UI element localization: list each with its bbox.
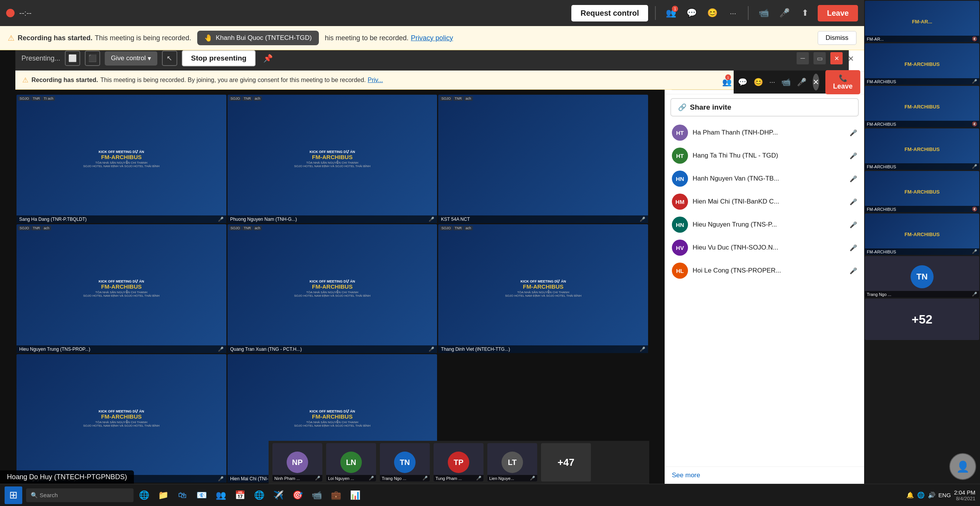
inner-more-btn[interactable]: ··· [769,74,775,90]
inner-privacy-link[interactable]: Priv... [368,77,383,84]
inner-cam-btn[interactable]: 📹 [781,74,791,90]
window-close[interactable]: ✕ [830,52,843,64]
sidebar-self-avatar[interactable]: 👤 [949,453,976,480]
window-max[interactable]: ▭ [813,52,826,64]
sidebar-thumb-5[interactable]: FM-ARCHIBUS FM-ARCHIBUS🔇 [865,171,979,212]
stop-presenting-button[interactable]: Stop presenting [182,50,256,66]
participant-item-hien[interactable]: HM Hien Mai Chi (TNI-BanKD C... 🎤 [665,190,864,213]
avatar-hieuvd: HV [672,240,688,256]
sidebar-thumb-3[interactable]: FM-ARCHIBUS FM-ARCHIBUS🔇 [865,86,979,127]
sidebar-plus52[interactable]: +52 [865,299,979,340]
window-min[interactable]: ─ [797,52,809,64]
cell4-project: KICK OFF MEETING DỰ ÁN [99,279,144,283]
sidebar-thumb-1[interactable]: FM-AR... FM-AR...🔇 [865,1,979,42]
pax-lien-mic: 🎤 [530,476,535,481]
taskbar-ppt[interactable]: 📊 [346,486,364,504]
taskbar-telegram[interactable]: ✈️ [269,486,287,504]
mic-ha: 🎤 [850,129,857,136]
sidebar-plus-count: +52 [912,312,932,327]
search-taskbar[interactable]: 🔍 Search [26,488,134,502]
taskbar-network-icon[interactable]: 🌐 [917,491,925,499]
sidebar-trang-avatar[interactable]: TN Trang Ngo ...🎤 [865,256,979,297]
warning-icon: ⚠ [8,33,15,43]
taskbar-volume-icon[interactable]: 🔊 [928,491,935,499]
top-dismiss-button[interactable]: Dismiss [818,31,857,45]
video-cell-7: KICK OFF MEETING DỰ ÁN FM-ARCHIBUS TÒA N… [16,354,226,483]
camera-btn[interactable]: 📹 [756,5,772,21]
cell8-hotel: TÒA NHÀ SĂN NGUYỄN CHI THANHSOJO HOTEL N… [294,421,370,427]
taskbar-app6[interactable]: 🎯 [289,486,306,504]
participant-item-hoi[interactable]: HL Hoi Le Cong (TNS-PROPER... 🎤 [665,259,864,282]
share-invite-label: Share invite [690,103,731,112]
pax-trang-name: Trang Ngo ... [382,476,406,481]
chat-icon-btn[interactable]: 💬 [683,5,700,21]
pax-loi-name: Loi Nguyen ... [328,476,354,481]
leave-button[interactable]: Leave [818,5,858,21]
pin-btn[interactable]: 📌 [260,51,276,66]
divider2 [748,6,749,20]
inner-x-btn[interactable]: ✕ [813,74,819,90]
privacy-link[interactable]: Privacy policy [411,34,453,42]
taskbar-store[interactable]: 🛍 [173,486,191,504]
taskbar-teams[interactable]: 👥 [212,486,229,504]
taskbar-chrome[interactable]: 🌐 [250,486,268,504]
taskbar-edge[interactable]: 🌐 [135,486,153,504]
participant-item-hanh[interactable]: HN Hanh Nguyen Van (TNG-TB... 🎤 [665,167,864,190]
cell4-hotel: TÒA NHÀ SĂN NGUYỄN CHI THANHSOJO HOTEL N… [83,291,160,297]
pax-tung-name: Tung Pham ... [436,476,462,481]
people-icon-btn[interactable]: 👥1 [663,5,679,21]
mic-hieuvd: 🎤 [850,244,857,251]
cell2-name: Phuong Nguyen Nam (TNH-G...) [230,217,297,222]
pointer-btn[interactable]: ↖ [162,51,177,66]
pax-loi-mic: 🎤 [369,476,374,481]
tooltip-bubble: 🤚 Khanh Bui Quoc (TNTECH-TGD) [197,31,318,45]
cell7-mic: 🎤 [218,476,224,481]
participants-panel: Participants ··· ✕ 🔍 🔗 Share invite HT H… [665,46,864,484]
participant-item-hieun[interactable]: HN Hieu Nguyen Trung (TNS-P... 🎤 [665,213,864,236]
taskbar-explorer[interactable]: 📁 [154,486,172,504]
top-notification-bar: ⚠ Recording has started. This meeting is… [0,26,864,50]
share-btn[interactable]: ⬆ [797,5,813,21]
taskbar-teams2[interactable]: 💼 [327,486,345,504]
taskbar-meet[interactable]: 📹 [308,486,325,504]
participant-item-hieuvd[interactable]: HV Hieu Vu Duc (TNH-SOJO.N... 🎤 [665,236,864,259]
cell6-tags: SOJO TNR ach [440,226,473,230]
request-control-button[interactable]: Request control [571,5,648,21]
give-control-button[interactable]: Give control ▾ [105,51,157,66]
presenter-icon1[interactable]: ⬜ [65,51,80,66]
pax-loi: LN Loi Nguyen ... 🎤 [326,443,376,481]
more-icon-btn[interactable]: ··· [725,5,741,21]
pax-lien-name: Lien Nguye... [489,476,514,481]
cell6-project: KICK OFF MEETING DỰ ÁN [520,279,566,283]
inner-leave-btn[interactable]: 📞 Leave [825,70,860,94]
share-invite-button[interactable]: 🔗 Share invite [670,98,859,117]
pax-plus[interactable]: +47 [541,443,591,481]
give-control-label: Give control [111,54,146,62]
reactions-icon-btn[interactable]: 😊 [704,5,720,21]
sidebar-thumb-4[interactable]: FM-ARCHIBUS FM-ARCHIBUS🎤 [865,128,979,170]
sidebar-thumb-1-label: FM-AR...🔇 [865,36,979,42]
sidebar-thumb-2[interactable]: FM-ARCHIBUS FM-ARCHIBUS🎤 [865,43,979,85]
pax-tung-mic: 🎤 [476,476,482,481]
mic-btn[interactable]: 🎤 [776,5,792,21]
name-hang: Hang Ta Thi Thu (TNL - TGD) [693,152,845,159]
taskbar-notification-icon[interactable]: 🔔 [906,491,914,499]
presenter-icon2[interactable]: ⬛ [85,51,100,66]
participant-item-hang[interactable]: HT Hang Ta Thi Thu (TNL - TGD) 🎤 [665,144,864,167]
inner-people-btn[interactable]: 👥1 [722,74,732,90]
pax-ninh: NP Ninh Pham ... 🎤 [272,443,322,481]
start-button[interactable]: ⊞ [5,486,22,504]
taskbar-time: 2:04 PM [954,489,975,496]
participant-item-ha[interactable]: HT Ha Pham Thanh (TNH-DHP... 🎤 [665,121,864,144]
cell5-label: Quang Tran Xuan (TNG - PCT.H...) 🎤 [228,345,437,353]
see-more-button[interactable]: See more [665,467,864,484]
sidebar-thumb-6[interactable]: FM-ARCHIBUS FM-ARCHIBUS🎤 [865,214,979,255]
inner-mic-btn[interactable]: 🎤 [797,74,807,90]
inner-chat-btn[interactable]: 💬 [738,74,747,90]
presenter-name-badge: Hoang Do Huy (TNTECH-PTGPNBDS) [0,470,134,484]
cell1-label: Sang Ha Dang (TNR-P.TBQLDT) 🎤 [16,215,226,223]
hand-icon: 🤚 [204,34,213,42]
taskbar-outlook[interactable]: 📅 [231,486,249,504]
inner-react-btn[interactable]: 😊 [754,74,763,90]
taskbar-mail[interactable]: 📧 [193,486,210,504]
